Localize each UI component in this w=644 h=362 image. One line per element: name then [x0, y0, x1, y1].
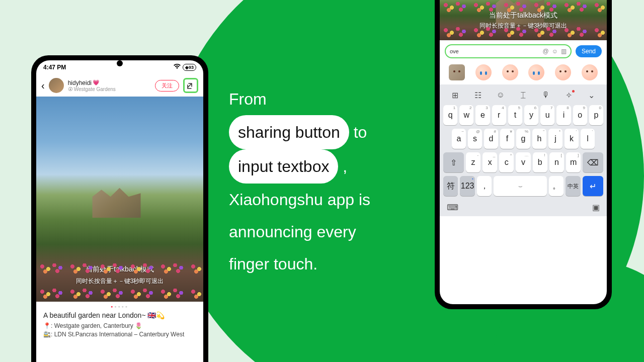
- post-title: A beautiful garden near London~ 🇬🇧💫: [36, 311, 203, 322]
- page-dots: ●●●●●: [36, 302, 203, 311]
- talkback-overlay-1: 当前处于talkback模式: [36, 265, 203, 274]
- talkback-overlay-2: 同时长按音量＋－键3秒即可退出: [36, 277, 203, 286]
- comment-input[interactable]: ove @ ☺ ▥: [445, 44, 572, 58]
- sticker-5[interactable]: [555, 64, 571, 80]
- pill-sharing-button: sharing button: [229, 115, 349, 149]
- key-y[interactable]: 6y: [524, 105, 538, 125]
- keyboard-hide-icon[interactable]: ⌨: [447, 203, 458, 212]
- keyboard-toolbar: ⊞ ☷ ☺ ⌶ 🎙 ✧ ⌄: [442, 87, 605, 105]
- key-h[interactable]: "h: [532, 129, 546, 149]
- keyboard-row-1: 1q2w3e4r5t6y7u8i9o0p: [442, 105, 605, 129]
- symbols-key[interactable]: 符: [443, 176, 458, 196]
- key-e[interactable]: 3e: [475, 105, 490, 125]
- text-to: to: [354, 123, 367, 141]
- sticker-6[interactable]: [582, 64, 598, 80]
- keyboard-row-2: ~a@s#d¥f%g"h*j'k'l: [442, 129, 605, 152]
- talkback-overlay-1: 当前处于talkback模式: [440, 11, 607, 20]
- text-line3: Xiaohongshu app is: [229, 184, 420, 216]
- post-photo[interactable]: 当前处于talkback模式 同时长按音量＋－键3秒即可退出: [36, 97, 203, 302]
- grid-icon[interactable]: ⊞: [447, 90, 463, 100]
- text-from: From: [229, 90, 267, 108]
- key-a[interactable]: ~a: [452, 129, 466, 149]
- marketing-copy: From sharing button to input textbox , X…: [229, 83, 420, 280]
- key-k[interactable]: 'k: [565, 129, 579, 149]
- share-button[interactable]: [183, 78, 198, 93]
- key-u[interactable]: 7u: [540, 105, 554, 125]
- key-i[interactable]: 8i: [556, 105, 571, 125]
- post-header: ‹ hidyheidi💗 ⦿ Westgate Gardens 关注: [36, 74, 203, 97]
- text-line5: finger touch.: [229, 248, 420, 280]
- key-v[interactable]: …v: [516, 152, 530, 172]
- key-t[interactable]: 5t: [508, 105, 522, 125]
- key-m[interactable]: ]m: [566, 152, 581, 172]
- comment-bar: ove @ ☺ ▥ Send: [440, 40, 607, 62]
- post-photo[interactable]: 当前处于talkback模式 同时长按音量＋－键3秒即可退出: [440, 0, 607, 40]
- period-key[interactable]: 。: [549, 176, 564, 196]
- chevron-down-icon[interactable]: ⌄: [583, 90, 599, 100]
- sticker-4[interactable]: [528, 64, 544, 80]
- key-d[interactable]: #d: [484, 129, 498, 149]
- talkback-overlay-2: 同时长按音量＋－键3秒即可退出: [440, 22, 607, 30]
- keyboard-row-3: ⇧ -z_x^c…v!b[n]m ⌫: [442, 152, 605, 176]
- wifi-icon: [174, 64, 181, 71]
- post-line-2: 🚉: LDN St.Pancras International – Canter…: [36, 331, 203, 339]
- follow-button[interactable]: 关注: [155, 80, 179, 92]
- post-line-1: 📍: Westgate garden, Canterbury 🌷: [36, 322, 203, 331]
- key-f[interactable]: ¥f: [500, 129, 514, 149]
- pill-input-textbox: input textbox: [229, 149, 338, 184]
- emoji-icon[interactable]: ☺: [493, 90, 509, 100]
- key-x[interactable]: _x: [482, 152, 497, 172]
- gps-icon: ⦿: [68, 86, 73, 92]
- clipboard-icon[interactable]: ▣: [592, 203, 600, 212]
- key-c[interactable]: ^c: [499, 152, 514, 172]
- text-line4: announcing every: [229, 216, 420, 248]
- space-key[interactable]: ⌣: [494, 176, 547, 196]
- sticker-1[interactable]: [449, 64, 465, 80]
- heart-icon: 💗: [93, 79, 100, 86]
- back-icon[interactable]: ‹: [41, 80, 45, 92]
- status-time: 4:47 PM: [43, 64, 66, 71]
- menu-icon[interactable]: ☷: [470, 90, 486, 100]
- phone-left: 4:47 PM ◈ 93 ‹ hidyheidi💗 ⦿ Westgate Gar…: [31, 55, 208, 362]
- emoji-picker-icon[interactable]: ☺: [552, 48, 558, 55]
- magic-icon[interactable]: ✧: [560, 90, 577, 100]
- sticker-row: [440, 62, 607, 84]
- backspace-key[interactable]: ⌫: [583, 152, 603, 172]
- mention-icon[interactable]: @: [543, 48, 549, 55]
- input-value: ove: [450, 48, 459, 54]
- phone-right: 当前处于talkback模式 同时长按音量＋－键3秒即可退出 ove @ ☺ ▥…: [435, 0, 612, 309]
- cursor-icon[interactable]: ⌶: [515, 90, 531, 100]
- mic-icon[interactable]: 🎙: [538, 90, 554, 100]
- key-b[interactable]: !b: [533, 152, 547, 172]
- keyboard: ⊞ ☷ ☺ ⌶ 🎙 ✧ ⌄ 1q2w3e4r5t6y7u8i9o0p ~a@s#…: [440, 84, 607, 216]
- shift-key[interactable]: ⇧: [443, 152, 464, 172]
- key-r[interactable]: 4r: [492, 105, 506, 125]
- key-g[interactable]: %g: [516, 129, 530, 149]
- key-s[interactable]: @s: [468, 129, 482, 149]
- key-l[interactable]: 'l: [581, 129, 595, 149]
- key-q[interactable]: 1q: [443, 105, 457, 125]
- key-w[interactable]: 2w: [459, 105, 473, 125]
- key-j[interactable]: *j: [548, 129, 562, 149]
- avatar[interactable]: [49, 78, 64, 93]
- enter-key[interactable]: ↵: [583, 176, 603, 196]
- location-label[interactable]: ⦿ Westgate Gardens: [68, 86, 151, 92]
- key-o[interactable]: 9o: [573, 105, 587, 125]
- text-comma: ,: [343, 157, 347, 175]
- image-icon[interactable]: ▥: [561, 48, 567, 55]
- key-n[interactable]: [n: [549, 152, 564, 172]
- sticker-3[interactable]: [502, 64, 518, 80]
- send-button[interactable]: Send: [576, 45, 602, 57]
- battery-indicator: ◈ 93: [183, 64, 196, 71]
- language-key[interactable]: 中英: [566, 176, 580, 196]
- sticker-2[interactable]: [475, 64, 492, 80]
- share-icon: [187, 81, 195, 89]
- key-z[interactable]: -z: [466, 152, 480, 172]
- keyboard-row-4: 符 123▪ ， ⌣ 。 中英 ↵: [442, 176, 605, 200]
- numbers-key[interactable]: 123▪: [460, 176, 474, 196]
- username[interactable]: hidyheidi💗: [68, 79, 151, 86]
- key-p[interactable]: 0p: [589, 105, 603, 125]
- comma-key[interactable]: ，: [477, 176, 492, 196]
- camera-notch: [117, 60, 123, 66]
